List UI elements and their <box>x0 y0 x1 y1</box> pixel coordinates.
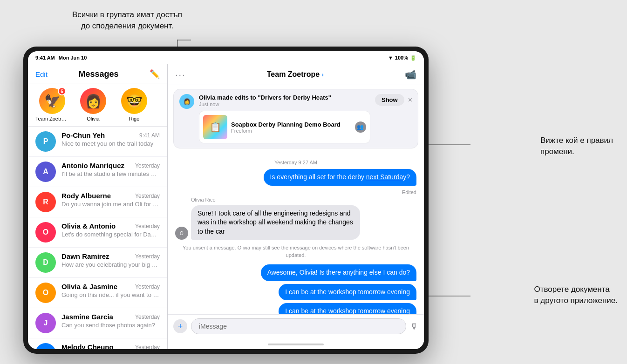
message-item-olivia-antonio[interactable]: O Olivia & Antonio Yesterday Let's do so… <box>28 217 167 248</box>
chat-chevron-icon[interactable]: › <box>321 71 324 78</box>
notif-content: Olivia made edits to "Drivers for Derby … <box>199 94 370 143</box>
msg-time-olivia-jasmine: Yesterday <box>135 283 160 290</box>
message-item-antonio[interactable]: A Antonio Manriquez Yesterday I'll be at… <box>28 157 167 187</box>
msg-preview-olivia-jasmine: Going on this ride... if you want to com… <box>61 291 160 299</box>
chat-title: Team Zoetrope <box>267 70 320 79</box>
msg-content-antonio: Antonio Manriquez Yesterday I'll be at t… <box>61 162 160 178</box>
home-indicator <box>168 340 424 349</box>
msg-avatar-jasmine: J <box>35 313 56 333</box>
msg-bubble-sent-3: I can be at the workshop tomorrow evenin… <box>279 284 416 301</box>
add-attachment-button[interactable]: + <box>173 319 187 333</box>
message-item-melody[interactable]: M Melody Cheung Yesterday Thanks! <box>28 338 167 349</box>
chat-header-dots: ··· <box>175 69 186 80</box>
notif-time: Just now <box>199 101 370 107</box>
msg-content-melody: Melody Cheung Yesterday Thanks! <box>61 343 160 349</box>
msg-preview-antonio: I'll be at the studio a few minutes earl… <box>61 170 160 178</box>
avatar-wrapper-team-zoetrope: 🦅 6 <box>39 88 65 114</box>
msg-avatar-olivia-antonio: O <box>35 222 56 243</box>
notif-group-icon: 👥 <box>355 121 366 133</box>
pinned-name-olivia: Olivia <box>87 116 100 121</box>
time: 9:41 AM <box>35 55 55 61</box>
msg-bubble-sent-1: Is everything all set for the derby next… <box>264 169 416 186</box>
ipad-screen: 9:41 AM Mon Jun 10 ▼ 100% 🔋 Edit Message… <box>28 51 424 349</box>
chat-panel: ··· Team Zoetrope › 📹 👩 Olivia made edit… <box>168 64 424 349</box>
chat-header: ··· Team Zoetrope › 📹 <box>168 64 424 85</box>
msg-time-dawn: Yesterday <box>135 253 160 260</box>
edit-button[interactable]: Edit <box>35 70 48 78</box>
notif-show-button[interactable]: Show <box>375 94 404 106</box>
notif-card-info: Soapbox Derby Planning Demo Board Freefo… <box>231 121 351 134</box>
pinned-contact-rigo[interactable]: 🤓 Rigo <box>117 88 151 121</box>
msg-row-received-1: O Sure! I took care of all the engineeri… <box>175 205 416 240</box>
compose-button[interactable]: ✏️ <box>150 69 160 79</box>
notif-card-title: Soapbox Derby Planning Demo Board <box>231 121 351 128</box>
annotation-line-right-top <box>429 144 470 145</box>
avatar-wrapper-rigo: 🤓 <box>121 88 147 114</box>
message-list: P Po-Chun Yeh 9:41 AM Nice to meet you o… <box>28 127 167 349</box>
message-input[interactable] <box>191 318 406 334</box>
msg-time-melody: Yesterday <box>135 344 160 350</box>
message-item-olivia-jasmine[interactable]: O Olivia & Jasmine Yesterday Going on th… <box>28 278 167 308</box>
pinned-name-team-zoetrope: Team Zoetrope <box>35 116 69 121</box>
annotation-right-bottom: Отворете документа в другото приложение. <box>534 284 618 306</box>
msg-name-antonio: Antonio Manriquez <box>61 162 124 169</box>
msg-row-sent-1: Is everything all set for the derby next… <box>175 169 416 186</box>
notif-title: Olivia made edits to "Drivers for Derby … <box>199 94 370 101</box>
msg-row-sent-4: I can be at the workshop tomorrow evenin… <box>175 303 416 314</box>
message-item-jasmine[interactable]: J Jasmine Garcia Yesterday Can you send … <box>28 308 167 338</box>
notif-avatar: 👩 <box>179 94 194 109</box>
msg-name-pochun: Po-Chun Yeh <box>61 131 105 139</box>
msg-preview-rody: Do you wanna join me and Oli for 🍳🥚🥓 bre… <box>61 201 160 209</box>
avatar-wrapper-olivia: 👩 <box>80 88 106 114</box>
msg-time-rody: Yesterday <box>135 193 160 199</box>
notif-close-button[interactable]: × <box>408 96 412 104</box>
notif-card[interactable]: 📋 Soapbox Derby Planning Demo Board Free… <box>199 111 370 143</box>
time-label-1: Yesterday 9:27 AM <box>175 160 416 165</box>
battery: 100% <box>395 55 408 61</box>
status-bar: 9:41 AM Mon Jun 10 ▼ 100% 🔋 <box>28 51 424 64</box>
msg-content-jasmine: Jasmine Garcia Yesterday Can you send th… <box>61 313 160 330</box>
msg-time-antonio: Yesterday <box>135 162 160 169</box>
message-item-dawn[interactable]: D Dawn Ramirez Yesterday How are you cel… <box>28 248 167 278</box>
msg-preview-dawn: How are you celebrating your big day? <box>61 261 160 269</box>
mic-button[interactable]: 🎙 <box>410 322 418 331</box>
msg-bubble-sent-2: Awesome, Olivia! Is there anything else … <box>261 264 416 281</box>
msg-avatar-olivia-jasmine: O <box>35 283 56 303</box>
msg-avatar-melody: M <box>35 343 56 349</box>
notif-card-thumb: 📋 <box>203 115 227 139</box>
status-bar-right: ▼ 100% 🔋 <box>388 55 416 61</box>
video-call-button[interactable]: 📹 <box>405 69 416 80</box>
pinned-name-rigo: Rigo <box>129 116 140 121</box>
avatar-olivia: 👩 <box>80 88 106 114</box>
unsent-notice: You unsent a message. Olivia may still s… <box>175 244 416 259</box>
msg-content-dawn: Dawn Ramirez Yesterday How are you celeb… <box>61 252 160 269</box>
msg-bubble-sent-4: I can be at the workshop tomorrow evenin… <box>279 303 416 314</box>
msg-preview-olivia-antonio: Let's do something special for Dawn at t… <box>61 231 160 239</box>
msg-preview-pochun: Nice to meet you on the trail today <box>61 140 160 148</box>
notif-card-sub: Freeform <box>231 128 351 134</box>
msg-content-olivia-antonio: Olivia & Antonio Yesterday Let's do some… <box>61 222 160 239</box>
msg-time-jasmine: Yesterday <box>135 314 160 320</box>
notif-actions: Show × <box>375 94 412 106</box>
avatar-rigo: 🤓 <box>121 88 147 114</box>
home-bar <box>268 344 324 345</box>
msg-name-dawn: Dawn Ramirez <box>61 252 109 260</box>
pinned-contact-team-zoetrope[interactable]: 🦅 6 Team Zoetrope <box>35 88 69 121</box>
msg-content-pochun: Po-Chun Yeh 9:41 AM Nice to meet you on … <box>61 131 160 148</box>
pinned-contact-olivia[interactable]: 👩 Olivia <box>76 88 110 121</box>
chat-input-bar: + 🎙 <box>168 314 424 340</box>
msg-avatar-dawn: D <box>35 252 56 273</box>
annotation-right-top: Вижте кой е правил промени. <box>540 135 613 157</box>
msg-row-sent-2: Awesome, Olivia! Is there anything else … <box>175 264 416 281</box>
msg-name-melody: Melody Cheung <box>61 343 114 349</box>
sender-name-olivia: Olivia Rico <box>191 197 416 202</box>
app-container: Edit Messages ✏️ 🦅 6 Team Zoetrope <box>28 64 424 349</box>
notification-banner: 👩 Olivia made edits to "Drivers for Derb… <box>173 89 418 148</box>
message-item-rody[interactable]: R Rody Albuerne Yesterday Do you wanna j… <box>28 187 167 217</box>
message-item-pochun[interactable]: P Po-Chun Yeh 9:41 AM Nice to meet you o… <box>28 127 167 157</box>
msg-bubble-received-1: Sure! I took care of all the engineering… <box>191 205 360 240</box>
msg-name-olivia-antonio: Olivia & Antonio <box>61 222 116 230</box>
status-bar-left: 9:41 AM Mon Jun 10 <box>35 55 87 61</box>
edited-label: Edited <box>175 189 416 195</box>
msg-avatar-pochun: P <box>35 131 56 152</box>
